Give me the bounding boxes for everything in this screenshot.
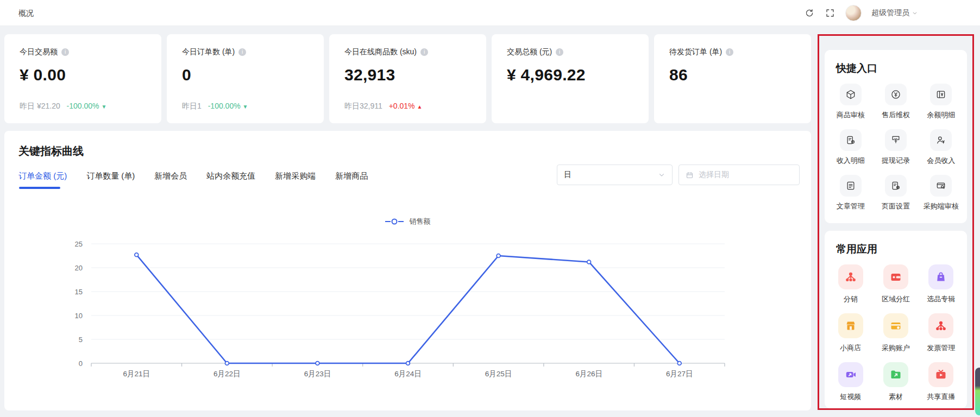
quick-entry-item[interactable]: 售后维权 — [873, 84, 918, 120]
svg-text:6月22日: 6月22日 — [213, 370, 241, 378]
quick-entry-item[interactable]: 收入明细 — [828, 129, 873, 166]
compare-label: 昨日 ¥21.20 — [20, 102, 60, 110]
distribution-icon — [838, 264, 863, 289]
app-label: 短视频 — [840, 392, 861, 402]
fullscreen-icon[interactable] — [825, 8, 835, 18]
metric-tabs: 订单金额 (元)订单数量 (单)新增会员站内余额充值新增采购端新增商品 — [18, 171, 368, 189]
yen-circle-icon — [885, 84, 907, 105]
quick-entry-label: 收入明细 — [837, 156, 865, 166]
date-picker-input[interactable]: 选择日期 — [679, 165, 800, 185]
invoice-icon — [928, 313, 953, 338]
app-item[interactable]: 区域分红 — [873, 264, 918, 304]
metric-tab[interactable]: 订单金额 (元) — [18, 171, 67, 189]
quick-entry-label: 余额明细 — [927, 110, 955, 120]
balance-book-icon — [930, 84, 952, 105]
app-label: 采购账户 — [882, 343, 910, 353]
top-bar-actions: 超级管理员 — [804, 0, 918, 26]
metric-tab[interactable]: 订单数量 (单) — [86, 171, 135, 189]
sales-line-chart: 05101520256月21日6月22日6月23日6月24日6月25日6月26日… — [17, 234, 798, 391]
page-title: 概况 — [18, 0, 34, 26]
app-item[interactable]: 共享直播 — [919, 362, 964, 402]
stat-card: 交易总额 (元) i ¥ 4,969.22 — [492, 34, 649, 123]
change-badge: +0.01% ▲ — [389, 102, 423, 110]
info-icon[interactable]: i — [420, 48, 428, 56]
stat-card: 今日在线商品数 (sku) i 32,913 昨日32,911 +0.01% ▲ — [329, 34, 486, 123]
stat-card-label: 今日订单数 (单) — [182, 47, 235, 57]
stat-card-value: ¥ 4,969.22 — [507, 66, 633, 84]
user-name-label: 超级管理员 — [871, 8, 909, 18]
live-share-icon — [928, 362, 953, 387]
app-label: 素材 — [889, 392, 903, 402]
chart-legend[interactable]: 销售额 — [4, 217, 811, 226]
app-label: 小商店 — [840, 343, 861, 353]
info-icon[interactable]: i — [726, 48, 733, 56]
period-select[interactable]: 日 — [557, 165, 673, 185]
quick-entry-label: 商品审核 — [837, 110, 865, 120]
metric-tab[interactable]: 新增商品 — [335, 171, 368, 189]
svg-text:6月21日: 6月21日 — [123, 370, 150, 378]
cube-icon — [840, 84, 862, 105]
trend-arrow-icon: ▼ — [243, 104, 248, 110]
app-item[interactable]: 小商店 — [828, 313, 873, 353]
stat-card: 今日订单数 (单) i 0 昨日1 -100.00% ▼ — [167, 34, 324, 123]
stat-card-label: 待发货订单 (单) — [669, 47, 722, 57]
purchase-account-icon — [883, 313, 908, 338]
quick-entry-label: 采购端审核 — [924, 201, 959, 211]
mini-shop-icon — [838, 313, 863, 338]
app-item[interactable]: 分销 — [828, 264, 873, 304]
member-income-icon — [930, 129, 952, 151]
info-icon[interactable]: i — [556, 48, 563, 56]
common-apps-title: 常用应用 — [836, 242, 967, 256]
metric-tab[interactable]: 新增会员 — [154, 171, 187, 189]
svg-text:20: 20 — [75, 264, 83, 272]
stat-card-value: 32,913 — [344, 66, 471, 84]
metric-tab[interactable]: 站内余额充值 — [206, 171, 255, 189]
scrollbar-thumb[interactable] — [975, 368, 980, 415]
stat-card: 今日交易额 i ¥ 0.00 昨日 ¥21.20 -100.00% ▼ — [4, 34, 161, 123]
info-icon[interactable]: i — [61, 48, 69, 56]
stat-card-compare: 昨日1 -100.00% ▼ — [182, 102, 248, 111]
app-item[interactable]: 发票管理 — [919, 313, 964, 353]
app-item[interactable]: 素材 — [873, 362, 918, 402]
app-item[interactable]: 采购账户 — [873, 313, 918, 353]
user-menu[interactable]: 超级管理员 — [871, 8, 918, 18]
quick-entry-item[interactable]: 页面设置 — [873, 175, 918, 211]
panel-title: 关键指标曲线 — [18, 144, 84, 159]
stat-card-label: 交易总额 (元) — [507, 47, 552, 57]
region-dividend-icon — [883, 264, 908, 289]
quick-entry-item[interactable]: 余额明细 — [919, 84, 964, 120]
svg-text:0: 0 — [79, 359, 83, 368]
quick-entry-item[interactable]: 文章管理 — [828, 175, 873, 211]
chart-controls: 日 选择日期 — [557, 165, 800, 185]
stat-card-label: 今日在线商品数 (sku) — [344, 47, 417, 57]
info-icon[interactable]: i — [238, 48, 246, 56]
svg-text:6月25日: 6月25日 — [485, 370, 512, 378]
highlighted-sidebar: 快捷入口 商品审核 售后维权 余额明细 收入明细 提现记录 会员收入 文章管理 … — [818, 34, 974, 410]
user-avatar[interactable] — [845, 5, 862, 21]
app-label: 区域分红 — [882, 294, 910, 304]
quick-entry-label: 页面设置 — [882, 201, 910, 211]
svg-text:6月23日: 6月23日 — [304, 370, 331, 378]
quick-entry-item[interactable]: 会员收入 — [919, 129, 964, 166]
quick-entry-item[interactable]: 采购端审核 — [919, 175, 964, 211]
period-select-value: 日 — [564, 170, 571, 180]
income-doc-icon — [840, 129, 862, 151]
quick-entry-item[interactable]: 提现记录 — [873, 129, 918, 166]
refresh-icon[interactable] — [804, 8, 815, 18]
quick-entry-label: 售后维权 — [882, 110, 910, 120]
app-item[interactable]: 短视频 — [828, 362, 873, 402]
svg-text:25: 25 — [75, 240, 83, 248]
quick-entry-item[interactable]: 商品审核 — [828, 84, 873, 120]
change-badge: -100.00% ▼ — [208, 102, 248, 110]
quick-entry-label: 会员收入 — [927, 156, 955, 166]
metric-tab[interactable]: 新增采购端 — [275, 171, 316, 189]
chevron-down-icon — [912, 10, 918, 16]
change-badge: -100.00% ▼ — [67, 102, 107, 110]
app-item[interactable]: 选品专辑 — [919, 264, 964, 304]
stat-card: 待发货订单 (单) i 86 — [654, 34, 811, 123]
app-label: 分销 — [844, 294, 858, 304]
chevron-down-icon — [658, 171, 665, 179]
quick-entry-label: 文章管理 — [837, 201, 865, 211]
article-icon — [840, 175, 862, 197]
withdraw-icon — [885, 129, 907, 151]
